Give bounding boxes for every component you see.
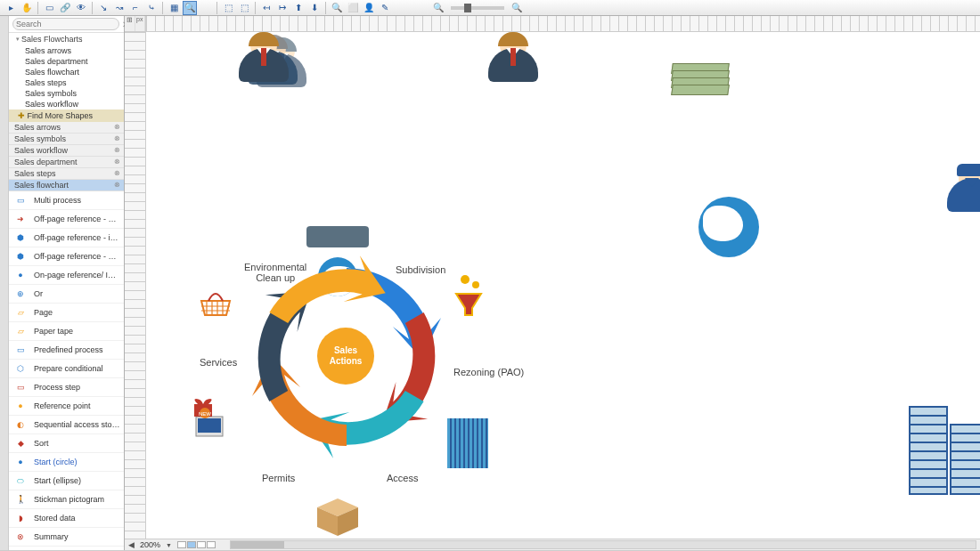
cycle-center-label[interactable]: Sales Actions bbox=[317, 328, 374, 385]
scroll-left-icon[interactable]: ◀ bbox=[128, 540, 135, 549]
library-header[interactable]: Sales steps⊗ bbox=[9, 168, 124, 180]
worker-icon[interactable] bbox=[943, 166, 980, 230]
group-tool[interactable]: ⬚ bbox=[221, 1, 235, 15]
edit-tool[interactable]: ✎ bbox=[378, 1, 392, 15]
shape-label: Off-page reference - outgoing bbox=[34, 252, 120, 261]
shape-item[interactable]: ⬢Off-page reference - outgoing bbox=[9, 247, 124, 266]
shape-item[interactable]: ➜Off-page reference - arrow bbox=[9, 210, 124, 229]
bring-front[interactable]: ⬆ bbox=[291, 1, 306, 15]
zoom-in-btn[interactable]: 🔍 bbox=[510, 1, 524, 15]
search-input[interactable] bbox=[12, 18, 119, 30]
shape-item[interactable]: ◗Stored data bbox=[9, 509, 124, 528]
shape-icon: ⊕ bbox=[12, 288, 29, 300]
connector-round[interactable]: ⤷ bbox=[144, 1, 159, 15]
shape-icon: ⬢ bbox=[12, 250, 29, 263]
rect-tool[interactable]: ▭ bbox=[42, 1, 56, 15]
library-header[interactable]: Sales flowchart⊗ bbox=[9, 180, 124, 191]
hscrollbar[interactable] bbox=[230, 540, 976, 549]
gift-icon[interactable]: NEW bbox=[189, 399, 232, 442]
grid-toggle[interactable]: ▦ bbox=[167, 1, 181, 15]
library-header[interactable]: Sales department⊗ bbox=[9, 157, 124, 168]
connector-tool[interactable]: ↘ bbox=[96, 1, 110, 15]
view-thumb[interactable] bbox=[177, 541, 186, 548]
shape-item[interactable]: ●Start (circle) bbox=[9, 453, 124, 472]
shape-icon: ● bbox=[12, 456, 29, 468]
library-header[interactable]: Sales workflow⊗ bbox=[9, 145, 124, 157]
shape-icon: ⬡ bbox=[12, 362, 29, 375]
align-right[interactable]: ↦ bbox=[275, 1, 290, 15]
shape-item[interactable]: ▱Page bbox=[9, 304, 124, 322]
globe-large-icon[interactable] bbox=[698, 197, 759, 257]
tree-item[interactable]: Sales flowchart bbox=[9, 67, 124, 77]
eye-tool[interactable]: 👁 bbox=[74, 1, 88, 15]
funnel-icon[interactable] bbox=[453, 274, 485, 322]
shape-item[interactable]: ⬡Prepare conditional bbox=[9, 360, 124, 378]
shape-icon: ⬭ bbox=[12, 474, 29, 487]
close-icon[interactable]: ⊗ bbox=[114, 146, 120, 154]
businessman-icon[interactable] bbox=[485, 32, 542, 96]
view-thumb[interactable] bbox=[207, 541, 216, 548]
tree-category[interactable]: Sales Flowcharts bbox=[9, 33, 124, 45]
office-building-icon[interactable] bbox=[909, 406, 980, 495]
find-more-shapes[interactable]: Find More Shapes bbox=[9, 109, 124, 122]
shape-item[interactable]: ▭Multi process bbox=[9, 191, 124, 210]
library-header[interactable]: Sales arrows⊗ bbox=[9, 122, 124, 134]
tree-item[interactable]: Sales symbols bbox=[9, 88, 124, 99]
zoom-slider[interactable] bbox=[451, 6, 504, 10]
small-building-icon[interactable] bbox=[447, 418, 488, 468]
shape-item[interactable]: ⊗Summary bbox=[9, 528, 124, 547]
connector-curve[interactable]: ↝ bbox=[112, 1, 127, 15]
basket-icon[interactable] bbox=[198, 290, 233, 317]
shape-item[interactable]: ⊕Or bbox=[9, 285, 124, 304]
shape-label: Sort bbox=[34, 439, 49, 448]
hands-icon bbox=[306, 226, 369, 247]
view-thumb[interactable] bbox=[187, 541, 196, 548]
view-thumb[interactable] bbox=[197, 541, 206, 548]
tree-item[interactable]: Sales workflow bbox=[9, 99, 124, 109]
tree-item[interactable]: Sales department bbox=[9, 56, 124, 67]
side-tab-strip[interactable] bbox=[0, 16, 9, 550]
tree-item[interactable]: Sales arrows bbox=[9, 45, 124, 56]
connector-ortho[interactable]: ⌐ bbox=[128, 1, 143, 15]
money-stack-icon[interactable] bbox=[672, 63, 734, 92]
label-permits: Permits bbox=[262, 473, 295, 483]
snap-toggle[interactable]: 🔍 bbox=[183, 1, 197, 15]
shape-item[interactable]: ⬢Off-page reference - incoming bbox=[9, 229, 124, 247]
shape-item[interactable]: ●On-page reference/ Inspe ... bbox=[9, 266, 124, 285]
package-icon[interactable] bbox=[314, 495, 362, 536]
drawing-canvas[interactable]: Sales Actions Environmental Clean up Sub… bbox=[146, 32, 980, 539]
pointer-tool[interactable]: ▸ bbox=[4, 1, 18, 15]
shape-label: Process step bbox=[34, 383, 80, 392]
label-access: Access bbox=[387, 473, 418, 483]
send-back[interactable]: ⬇ bbox=[307, 1, 322, 15]
close-icon[interactable]: ⊗ bbox=[114, 169, 120, 177]
hand-tool[interactable]: ✋ bbox=[20, 1, 34, 15]
zoom-in[interactable]: 🔍 bbox=[330, 1, 344, 15]
shape-item[interactable]: ▭Predefined process bbox=[9, 341, 124, 360]
shape-item[interactable]: ▭Process step bbox=[9, 378, 124, 397]
close-icon[interactable]: ⊗ bbox=[114, 158, 120, 166]
close-icon[interactable]: ⊗ bbox=[114, 123, 120, 131]
ruler-corner[interactable]: ⊞px bbox=[125, 16, 146, 32]
shape-item[interactable]: ⬭Start (ellipse) bbox=[9, 472, 124, 490]
align-left[interactable]: ↤ bbox=[259, 1, 274, 15]
link-tool[interactable]: 🔗 bbox=[58, 1, 72, 15]
shape-item[interactable]: ▱Paper tape bbox=[9, 322, 124, 341]
tree-item[interactable]: Sales steps bbox=[9, 77, 124, 88]
shape-icon: ● bbox=[12, 269, 29, 281]
shape-item[interactable]: ◆Sort bbox=[9, 434, 124, 453]
person-tool[interactable]: 👤 bbox=[362, 1, 376, 15]
zoom-dropdown-icon[interactable]: ▼ bbox=[166, 542, 172, 548]
shape-icon: 🚶 bbox=[12, 493, 29, 506]
shape-item[interactable]: ●Reference point bbox=[9, 397, 124, 416]
shape-icon: ● bbox=[12, 400, 29, 412]
shape-item[interactable]: 🚶Stickman pictogram bbox=[9, 490, 124, 509]
zoom-fit[interactable]: ⬜ bbox=[346, 1, 360, 15]
zoom-out-btn[interactable]: 🔍 bbox=[431, 1, 445, 15]
zoom-readout[interactable]: 200% bbox=[140, 540, 160, 549]
shape-item[interactable]: ◐Sequential access storage bbox=[9, 416, 124, 434]
close-icon[interactable]: ⊗ bbox=[114, 181, 120, 189]
ungroup-tool[interactable]: ⬚ bbox=[237, 1, 251, 15]
library-header[interactable]: Sales symbols⊗ bbox=[9, 134, 124, 145]
close-icon[interactable]: ⊗ bbox=[114, 134, 120, 142]
